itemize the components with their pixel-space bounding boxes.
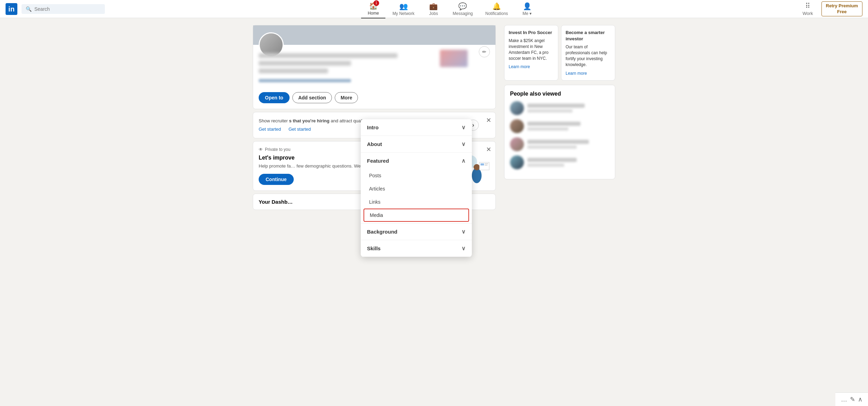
- my-network-icon: 👥: [399, 2, 408, 10]
- navbar-right: ⠿ Work Retry Premium Free: [796, 0, 862, 18]
- bottom-collapse-button[interactable]: ∧: [858, 396, 862, 403]
- ad-investor-learn-more[interactable]: Learn more: [566, 71, 611, 76]
- notification-text-bold: s that you're hiring: [289, 118, 329, 123]
- dropdown-section-intro: Intro ∨: [361, 119, 472, 136]
- bottom-bar: … ✎ ∧: [835, 392, 868, 406]
- bottom-ellipsis-button[interactable]: …: [841, 396, 847, 403]
- ad-soccer-learn-more[interactable]: Learn more: [509, 64, 554, 70]
- nav-label-me: Me ▾: [523, 11, 532, 16]
- edit-profile-button[interactable]: ✏: [479, 46, 490, 57]
- dropdown-sub-media[interactable]: Media: [364, 209, 469, 222]
- search-box[interactable]: 🔍: [22, 4, 105, 14]
- nav-label-home: Home: [368, 11, 379, 16]
- nav-center: 🏠 1 Home 👥 My Network 💼 Jobs 💬 Messaging…: [108, 0, 793, 18]
- work-icon: ⠿: [805, 2, 810, 10]
- person-title-blur: [527, 145, 577, 149]
- dropdown-about-header[interactable]: About ∨: [361, 136, 472, 152]
- chevron-down-icon: ∨: [461, 245, 466, 252]
- messaging-icon: 💬: [458, 2, 467, 10]
- person-info: [527, 140, 609, 149]
- chevron-down-icon: ∨: [461, 141, 466, 147]
- avatar: [510, 137, 524, 151]
- nav-label-messaging: Messaging: [453, 11, 473, 16]
- edit-icon: ✏: [482, 49, 486, 55]
- person-name-blur: [527, 104, 585, 108]
- person-info: [527, 122, 609, 131]
- dropdown-about-label: About: [367, 141, 382, 147]
- add-section-button[interactable]: Add section: [292, 92, 332, 103]
- action-buttons: Open to Add section More: [253, 89, 495, 109]
- me-icon: 👤: [523, 2, 532, 10]
- navbar: in 🔍 🏠 1 Home 👥 My Network 💼 Jobs 💬 Mess…: [0, 0, 868, 18]
- more-button[interactable]: More: [335, 92, 358, 103]
- nav-item-messaging[interactable]: 💬 Messaging: [447, 0, 478, 18]
- get-started-link[interactable]: Get started: [259, 127, 281, 132]
- dropdown-intro-header[interactable]: Intro ∨: [361, 119, 472, 136]
- dropdown-section-featured: Featured ∧ Posts Articles Links Media: [361, 153, 472, 224]
- ad-cards: Invest In Pro Soccer Make a $25K angel i…: [504, 25, 615, 81]
- dropdown-featured-header[interactable]: Featured ∧: [361, 153, 472, 169]
- person-name-blur: [527, 158, 577, 162]
- list-item: [510, 101, 609, 115]
- dropdown-section-background: Background ∨: [361, 224, 472, 240]
- dropdown-section-about: About ∨: [361, 136, 472, 153]
- dropdown-sub-links[interactable]: Links: [361, 195, 472, 209]
- nav-label-notifications: Notifications: [485, 11, 508, 16]
- person-info: [527, 104, 609, 113]
- profile-cover: [253, 25, 495, 45]
- jobs-icon: 💼: [429, 2, 438, 10]
- linkedin-logo[interactable]: in: [6, 3, 17, 15]
- person-name-blur: [527, 122, 581, 126]
- main-layout: ✏ Open to Add section More: [0, 18, 868, 220]
- get-started-link2[interactable]: Get started: [289, 127, 311, 132]
- dropdown-background-label: Background: [367, 229, 398, 235]
- profile-name-blur: [259, 53, 398, 58]
- notifications-icon: 🔔: [492, 2, 501, 10]
- nav-item-home[interactable]: 🏠 1 Home: [361, 0, 385, 18]
- dropdown-featured-label: Featured: [367, 158, 389, 164]
- search-input[interactable]: [34, 6, 101, 12]
- retry-premium-button[interactable]: Retry Premium Free: [821, 1, 862, 17]
- list-item: [510, 137, 609, 151]
- svg-rect-8: [485, 165, 487, 165]
- avatar: [510, 155, 524, 169]
- search-icon: 🔍: [26, 6, 32, 12]
- nav-item-my-network[interactable]: 👥 My Network: [387, 0, 420, 18]
- svg-rect-7: [485, 163, 488, 164]
- nav-item-me[interactable]: 👤 Me ▾: [515, 0, 539, 18]
- profile-card: ✏ Open to Add section More: [253, 25, 496, 109]
- dropdown-sub-articles[interactable]: Articles: [361, 182, 472, 195]
- dropdown-intro-label: Intro: [367, 124, 378, 130]
- nav-label-work: Work: [802, 11, 813, 16]
- chevron-down-icon: ∨: [461, 124, 466, 131]
- person-title-blur: [527, 109, 573, 113]
- profile-location-blur: [259, 68, 328, 73]
- dropdown-skills-label: Skills: [367, 245, 381, 251]
- ad-soccer-title: Invest In Pro Soccer: [509, 30, 554, 36]
- open-to-button[interactable]: Open to: [259, 92, 290, 103]
- nav-item-jobs[interactable]: 💼 Jobs: [422, 0, 446, 18]
- chevron-down-icon: ∨: [461, 228, 466, 235]
- nav-item-notifications[interactable]: 🔔 Notifications: [480, 0, 514, 18]
- dropdown-skills-header[interactable]: Skills ∨: [361, 240, 472, 257]
- bottom-edit-button[interactable]: ✎: [850, 396, 855, 403]
- svg-point-4: [474, 164, 480, 170]
- close-private-card-button[interactable]: ✕: [486, 146, 491, 153]
- list-item: [510, 119, 609, 133]
- nav-label-my-network: My Network: [392, 11, 414, 16]
- notification-text-before: Show recruiter: [259, 118, 288, 123]
- dropdown-section-skills: Skills ∨: [361, 240, 472, 257]
- ad-soccer-description: Make a $25K angel investment in New Amst…: [509, 38, 554, 61]
- profile-connections-blur: [259, 79, 351, 82]
- nav-item-work[interactable]: ⠿ Work: [796, 0, 820, 18]
- ad-investor-title: Become a smarter investor: [566, 30, 611, 42]
- continue-button[interactable]: Continue: [259, 174, 294, 185]
- person-title-blur: [527, 127, 568, 131]
- profile-company-image: [440, 50, 468, 67]
- dropdown-background-header[interactable]: Background ∨: [361, 224, 472, 240]
- nav-label-jobs: Jobs: [429, 11, 438, 16]
- person-info: [527, 158, 609, 167]
- close-hiring-notification-button[interactable]: ✕: [486, 116, 491, 124]
- list-item: [510, 155, 609, 169]
- dropdown-sub-posts[interactable]: Posts: [361, 169, 472, 182]
